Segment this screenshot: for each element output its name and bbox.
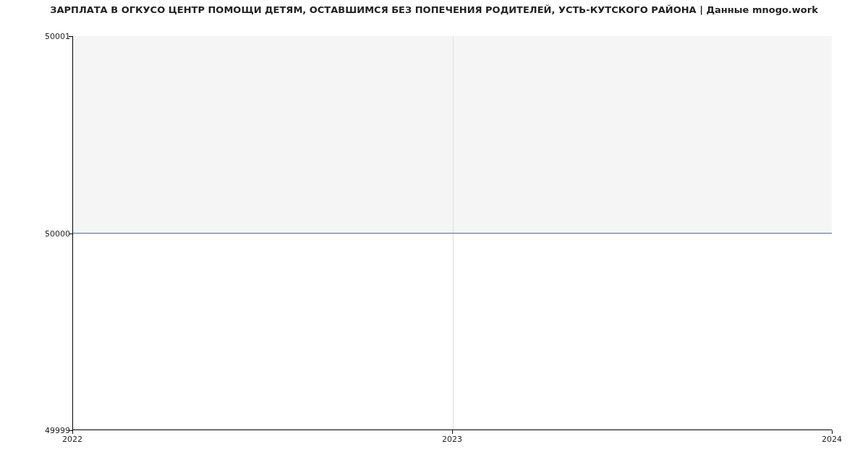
x-tick-label: 2023 (442, 435, 462, 444)
x-tick-mark (452, 430, 453, 434)
y-tick-label: 50000 (12, 228, 70, 238)
chart-container: ЗАРПЛАТА В ОГКУСО ЦЕНТР ПОМОЩИ ДЕТЯМ, ОС… (0, 0, 868, 470)
plot-area (72, 36, 832, 430)
x-tick-label: 2022 (62, 435, 82, 444)
series-line (73, 233, 832, 234)
y-tick-label: 50001 (12, 32, 70, 41)
y-tick-label: 49999 (12, 426, 70, 435)
chart-title: ЗАРПЛАТА В ОГКУСО ЦЕНТР ПОМОЩИ ДЕТЯМ, ОС… (0, 4, 868, 15)
x-tick-mark (832, 430, 833, 434)
x-tick-label: 2024 (822, 435, 842, 444)
x-tick-mark (72, 430, 73, 434)
